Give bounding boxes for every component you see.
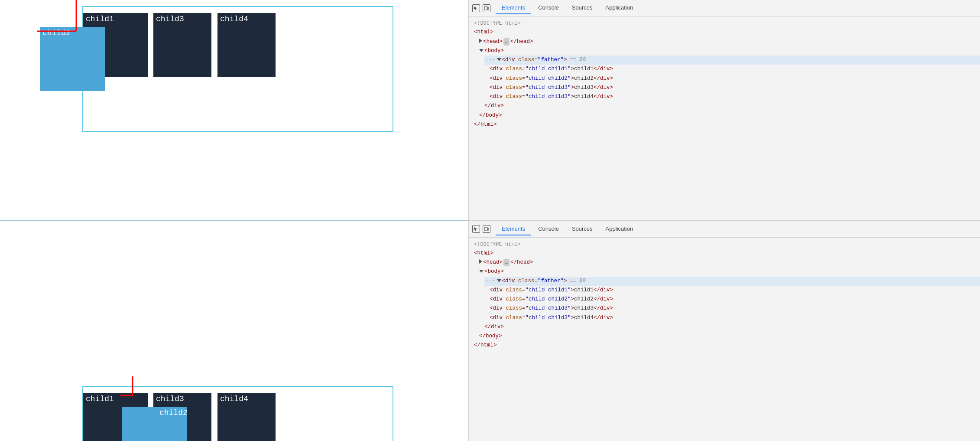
code-line[interactable]: <body> (479, 267, 975, 276)
code-line: <div class="child child3">child3</div> (490, 83, 975, 92)
child3-top-label: child3 (156, 15, 184, 23)
child3-bottom-label: child3 (156, 395, 184, 403)
devtools-bottom: Elements Console Sources Application <!D… (469, 221, 980, 441)
child1-bottom-label: child1 (86, 395, 114, 403)
code-line[interactable]: <head>…</head> (479, 258, 975, 267)
code-line[interactable]: <head>…</head> (479, 37, 975, 46)
devtools-top-content: <!DOCTYPE html> <html> <head>…</head> <b… (469, 16, 980, 220)
code-line-highlight[interactable]: ··· <div class="father"> == $0 (484, 56, 980, 65)
code-line: </div> (484, 101, 975, 111)
code-line: <div class="child child1">child1</div> (490, 286, 975, 295)
tab-console-bottom[interactable]: Console (532, 223, 565, 235)
devtools-top: Elements Console Sources Application <!D… (469, 0, 980, 221)
code-line: <html> (474, 249, 975, 258)
code-line: <div class="child child3">child3</div> (490, 304, 975, 313)
child3-top: child3 (153, 13, 211, 77)
right-panel: Elements Console Sources Application <!D… (469, 0, 980, 441)
code-line: <html> (474, 28, 975, 37)
code-line: <!DOCTYPE html> (474, 240, 975, 249)
code-line[interactable]: <body> (479, 46, 975, 56)
top-demo: child1 child3 child4 child2 (0, 0, 468, 220)
tab-elements-top[interactable]: Elements (496, 2, 531, 14)
inspect-icon[interactable] (472, 4, 480, 12)
device-icon-bottom[interactable] (483, 225, 490, 233)
code-line: </html> (474, 120, 975, 129)
bottom-demo: child1 child3 child4 child2 (0, 221, 468, 441)
tab-console-top[interactable]: Console (532, 2, 565, 14)
devtools-bottom-tabs: Elements Console Sources Application (469, 221, 980, 238)
code-line: <div class="child child2">child2</div> (490, 295, 975, 304)
tab-sources-bottom[interactable]: Sources (566, 223, 599, 235)
code-line: <div class="child child3">child4</div> (490, 92, 975, 101)
tab-application-bottom[interactable]: Application (600, 223, 639, 235)
child2-top-label: child2 (42, 29, 71, 37)
code-line: </body> (479, 332, 975, 341)
tab-elements-bottom[interactable]: Elements (496, 223, 531, 235)
svg-rect-6 (484, 227, 487, 231)
top-demo-section: child1 child3 child4 child2 (0, 0, 468, 221)
child2-bottom-label: child2 (159, 408, 188, 417)
code-line: </div> (484, 323, 975, 332)
father-box-top: child1 child3 child4 (82, 6, 393, 132)
tab-application-top[interactable]: Application (600, 2, 639, 14)
code-line: <div class="child child2">child2</div> (490, 74, 975, 83)
child4-bottom-label: child4 (220, 395, 248, 403)
child2-bottom: child2 (122, 407, 187, 441)
left-panel: child1 child3 child4 child2 (0, 0, 469, 441)
svg-rect-5 (488, 7, 489, 10)
code-line: </body> (479, 111, 975, 120)
child4-top: child4 (217, 13, 276, 77)
svg-rect-4 (484, 7, 487, 10)
tab-sources-top[interactable]: Sources (566, 2, 599, 14)
devtools-top-tabs: Elements Console Sources Application (469, 0, 980, 16)
svg-rect-7 (488, 228, 489, 230)
child1-top-label: child1 (86, 15, 114, 23)
code-line: </html> (474, 341, 975, 350)
code-line: <div class="child child3">child4</div> (490, 314, 975, 323)
devtools-bottom-content: <!DOCTYPE html> <html> <head>…</head> <b… (469, 238, 980, 441)
code-line: <!DOCTYPE html> (474, 19, 975, 28)
bottom-demo-section: child1 child3 child4 child2 (0, 221, 468, 441)
code-line: <div class="child child1">child1</div> (490, 65, 975, 74)
inspect-icon-bottom[interactable] (472, 225, 480, 233)
device-icon[interactable] (483, 4, 490, 12)
child2-top: child2 (40, 27, 105, 91)
child4-bottom: child4 (217, 393, 276, 441)
code-line-highlight-bottom[interactable]: ··· <div class="father"> == $0 (484, 277, 980, 286)
child4-top-label: child4 (220, 15, 248, 23)
